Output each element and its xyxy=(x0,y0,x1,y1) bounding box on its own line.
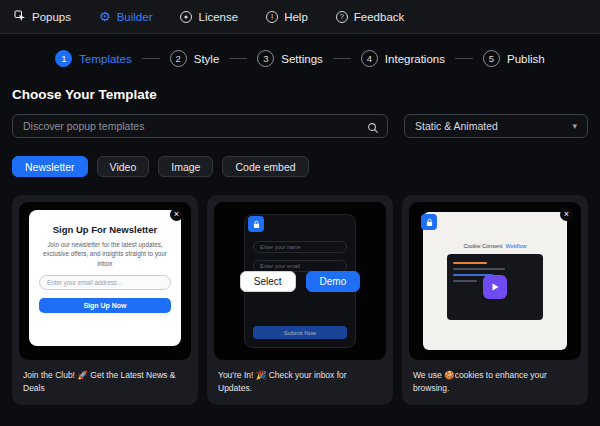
search-input[interactable] xyxy=(13,120,387,132)
popup-text: Cookie Consent Webflow xyxy=(463,243,526,249)
license-icon xyxy=(180,11,192,23)
chip-image[interactable]: Image xyxy=(158,156,213,177)
question-icon: ? xyxy=(336,11,348,23)
popup-body: Join our newsletter for the latest updat… xyxy=(43,240,167,268)
step-settings[interactable]: 3 Settings xyxy=(257,50,323,67)
cursor-icon xyxy=(14,10,26,24)
category-chips: Newsletter Video Image Code embed xyxy=(12,156,588,177)
step-templates[interactable]: 1 Templates xyxy=(55,50,131,67)
page-title: Choose Your Template xyxy=(12,87,588,102)
step-number: 3 xyxy=(257,50,274,67)
cookie-popup-thumbnail: Cookie Consent Webflow xyxy=(423,212,567,350)
gear-icon: ⚙ xyxy=(99,10,111,23)
step-connector xyxy=(142,58,160,59)
chip-newsletter[interactable]: Newsletter xyxy=(12,156,88,177)
step-connector xyxy=(229,58,247,59)
step-label: Integrations xyxy=(385,53,445,65)
template-type-dropdown[interactable]: Static & Animated ▾ xyxy=(404,114,588,138)
nav-label: Feedback xyxy=(354,11,405,23)
step-label: Publish xyxy=(507,53,545,65)
decorative-bar xyxy=(453,280,477,282)
step-label: Style xyxy=(194,53,220,65)
lock-icon xyxy=(421,214,437,230)
popup-signup-button: Sign Up Now xyxy=(39,298,171,313)
nav-item-builder[interactable]: ⚙ Builder xyxy=(99,10,152,23)
nav-item-popups[interactable]: Popups xyxy=(14,10,71,24)
chevron-down-icon: ▾ xyxy=(572,121,577,131)
decorative-bar xyxy=(453,262,487,264)
select-button[interactable]: Select xyxy=(240,271,296,292)
search-box xyxy=(12,114,388,138)
step-connector xyxy=(333,58,351,59)
card-hover-overlay: Select Demo xyxy=(214,202,386,360)
chip-code-embed[interactable]: Code embed xyxy=(222,156,308,177)
step-publish[interactable]: 5 Publish xyxy=(483,50,545,67)
nav-label: Popups xyxy=(32,11,71,23)
webflow-text: Webflow xyxy=(506,243,527,249)
step-number: 1 xyxy=(55,50,72,67)
template-caption: We use 🍪cookies to enhance your browsing… xyxy=(409,360,581,398)
template-preview: × Cookie Consent Webflow xyxy=(409,202,581,360)
decorative-bar xyxy=(453,268,505,270)
close-icon: × xyxy=(170,208,183,221)
template-preview: × Sign Up For Newsletter Join our newsle… xyxy=(19,202,191,360)
close-icon: × xyxy=(560,208,573,221)
dropdown-value: Static & Animated xyxy=(415,120,498,132)
step-label: Settings xyxy=(281,53,323,65)
nav-item-feedback[interactable]: ? Feedback xyxy=(336,11,405,23)
step-number: 2 xyxy=(170,50,187,67)
nav-label: Help xyxy=(284,11,308,23)
template-grid: × Sign Up For Newsletter Join our newsle… xyxy=(12,195,588,405)
nav-item-license[interactable]: License xyxy=(180,11,238,23)
nav-item-help[interactable]: i Help xyxy=(266,11,308,23)
template-card-newsletter-signup[interactable]: × Sign Up For Newsletter Join our newsle… xyxy=(12,195,198,405)
step-label: Templates xyxy=(79,53,131,65)
template-preview: Enter your name Enter your email Submit … xyxy=(214,202,386,360)
nav-label: Builder xyxy=(117,11,153,23)
template-caption: Join the Club! 🚀 Get the Latest News & D… xyxy=(19,360,191,398)
nav-label: License xyxy=(198,11,238,23)
chip-video[interactable]: Video xyxy=(97,156,150,177)
step-integrations[interactable]: 4 Integrations xyxy=(361,50,445,67)
video-thumbnail xyxy=(447,254,543,320)
template-card-confirmation[interactable]: Enter your name Enter your email Submit … xyxy=(207,195,393,405)
template-caption: You're In! 🎉 Check your inbox for Update… xyxy=(214,360,386,398)
newsletter-popup-thumbnail: Sign Up For Newsletter Join our newslett… xyxy=(29,210,181,346)
popup-email-field: Enter your email address... xyxy=(39,275,171,290)
wizard-stepper: 1 Templates 2 Style 3 Settings 4 Integra… xyxy=(0,50,600,67)
step-number: 5 xyxy=(483,50,500,67)
search-icon xyxy=(367,120,379,138)
top-nav: Popups ⚙ Builder License i Help ? Feedba… xyxy=(0,0,600,34)
popup-builder-app: Popups ⚙ Builder License i Help ? Feedba… xyxy=(0,0,600,426)
play-icon xyxy=(483,275,507,299)
cookie-consent-text: Cookie Consent xyxy=(463,243,502,249)
step-connector xyxy=(455,58,473,59)
info-icon: i xyxy=(266,11,278,23)
template-controls: Static & Animated ▾ xyxy=(0,114,600,138)
template-card-cookie-consent[interactable]: × Cookie Consent Webflow xyxy=(402,195,588,405)
popup-title: Sign Up For Newsletter xyxy=(39,224,171,235)
demo-button[interactable]: Demo xyxy=(306,271,361,292)
step-number: 4 xyxy=(361,50,378,67)
step-style[interactable]: 2 Style xyxy=(170,50,220,67)
